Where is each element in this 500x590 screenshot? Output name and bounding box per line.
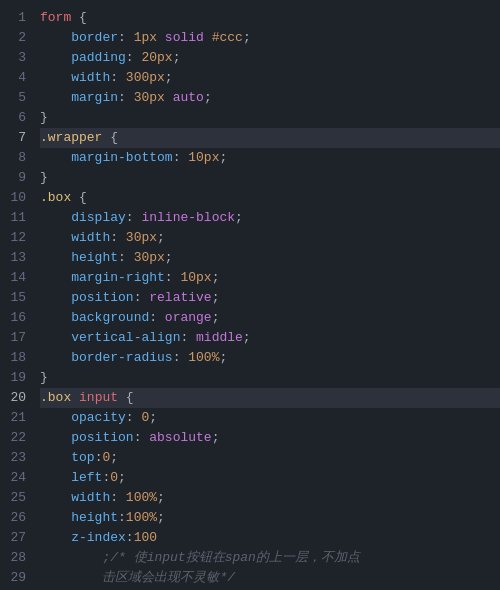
code-line-9: } — [40, 168, 500, 188]
token-punctuation: ; — [235, 208, 243, 228]
line-number-9: 9 — [0, 168, 36, 188]
code-line-1: form { — [40, 8, 500, 28]
token-value-kw: middle — [196, 328, 243, 348]
code-line-7: .wrapper { — [40, 128, 500, 148]
token-text-plain: : — [110, 228, 126, 248]
line-number-25: 25 — [0, 488, 36, 508]
code-line-13: height: 30px; — [40, 248, 500, 268]
line-number-17: 17 — [0, 328, 36, 348]
token-text-plain: : — [173, 148, 189, 168]
code-line-11: display: inline-block; — [40, 208, 500, 228]
token-value-num: 100 — [134, 528, 157, 548]
token-text-plain: : — [149, 308, 165, 328]
token-selector-class: .wrapper — [40, 128, 102, 148]
token-text-plain — [165, 88, 173, 108]
token-text-plain: : — [180, 328, 196, 348]
token-property: z-index — [71, 528, 126, 548]
code-line-4: width: 300px; — [40, 68, 500, 88]
line-number-1: 1 — [0, 8, 36, 28]
token-value-num: 300px — [126, 68, 165, 88]
token-punctuation: ; — [173, 48, 181, 68]
token-value-kw: solid — [165, 28, 204, 48]
code-line-29: 击区域会出现不灵敏*/ — [40, 568, 500, 588]
token-brace: } — [40, 368, 48, 388]
token-text-plain: { — [71, 188, 87, 208]
code-line-5: margin: 30px auto; — [40, 88, 500, 108]
token-punctuation: ; — [212, 288, 220, 308]
code-line-2: border: 1px solid #ccc; — [40, 28, 500, 48]
line-number-6: 6 — [0, 108, 36, 128]
token-value-kw: auto — [173, 88, 204, 108]
token-text-plain: : — [118, 508, 126, 528]
token-brace: } — [40, 168, 48, 188]
code-line-12: width: 30px; — [40, 228, 500, 248]
line-number-21: 21 — [0, 408, 36, 428]
line-number-18: 18 — [0, 348, 36, 368]
token-punctuation: ; — [243, 28, 251, 48]
token-selector-elem: form — [40, 8, 71, 28]
code-line-28: ;/* 使input按钮在span的上一层，不加点 — [40, 548, 500, 568]
token-value-num: 100% — [126, 488, 157, 508]
line-number-7: 7 — [0, 128, 36, 148]
token-value-num: 0 — [141, 408, 149, 428]
token-value-kw: orange — [165, 308, 212, 328]
token-value-num: 30px — [134, 88, 165, 108]
token-punctuation: ; — [157, 488, 165, 508]
token-property: width — [71, 228, 110, 248]
token-text-plain — [204, 28, 212, 48]
code-line-21: opacity: 0; — [40, 408, 500, 428]
line-number-2: 2 — [0, 28, 36, 48]
code-line-26: height:100%; — [40, 508, 500, 528]
token-punctuation: ; — [165, 68, 173, 88]
code-content: form { border: 1px solid #ccc; padding: … — [36, 0, 500, 590]
token-property: opacity — [71, 408, 126, 428]
code-line-23: top:0; — [40, 448, 500, 468]
line-number-14: 14 — [0, 268, 36, 288]
token-value-num: 10px — [180, 268, 211, 288]
line-number-15: 15 — [0, 288, 36, 308]
code-line-14: margin-right: 10px; — [40, 268, 500, 288]
token-text-plain: : — [118, 28, 134, 48]
line-number-5: 5 — [0, 88, 36, 108]
token-punctuation: ; — [219, 148, 227, 168]
token-comment: ;/* 使input按钮在span的上一层，不加点 — [102, 548, 359, 568]
token-value-num: 30px — [134, 248, 165, 268]
code-line-6: } — [40, 108, 500, 128]
token-punctuation: ; — [110, 448, 118, 468]
token-value-num: 10px — [188, 148, 219, 168]
token-punctuation: ; — [212, 428, 220, 448]
line-number-3: 3 — [0, 48, 36, 68]
token-text-plain: : — [134, 428, 150, 448]
token-selector-class: .box — [40, 188, 71, 208]
token-property: width — [71, 488, 110, 508]
token-text-plain: { — [118, 388, 134, 408]
token-text-plain: : — [126, 208, 142, 228]
token-property: height — [71, 248, 118, 268]
token-property: left — [71, 468, 102, 488]
line-number-10: 10 — [0, 188, 36, 208]
token-text-plain: : — [118, 248, 134, 268]
code-line-22: position: absolute; — [40, 428, 500, 448]
line-number-8: 8 — [0, 148, 36, 168]
token-punctuation: ; — [219, 348, 227, 368]
token-property: padding — [71, 48, 126, 68]
token-text-plain: : — [126, 48, 142, 68]
token-text-plain — [157, 28, 165, 48]
token-punctuation: ; — [204, 88, 212, 108]
token-text-plain: : — [134, 288, 150, 308]
line-number-13: 13 — [0, 248, 36, 268]
token-selector-class: .box — [40, 388, 71, 408]
token-property: margin — [71, 88, 118, 108]
token-text-plain: : — [126, 528, 134, 548]
token-text-plain: : — [102, 468, 110, 488]
line-number-11: 11 — [0, 208, 36, 228]
code-line-20: .box input { — [40, 388, 500, 408]
line-number-19: 19 — [0, 368, 36, 388]
token-punctuation: ; — [212, 268, 220, 288]
code-line-19: } — [40, 368, 500, 388]
token-value-num: 100% — [188, 348, 219, 368]
token-text-plain: : — [118, 88, 134, 108]
code-line-16: background: orange; — [40, 308, 500, 328]
token-value-kw: inline-block — [141, 208, 235, 228]
token-property: top — [71, 448, 94, 468]
